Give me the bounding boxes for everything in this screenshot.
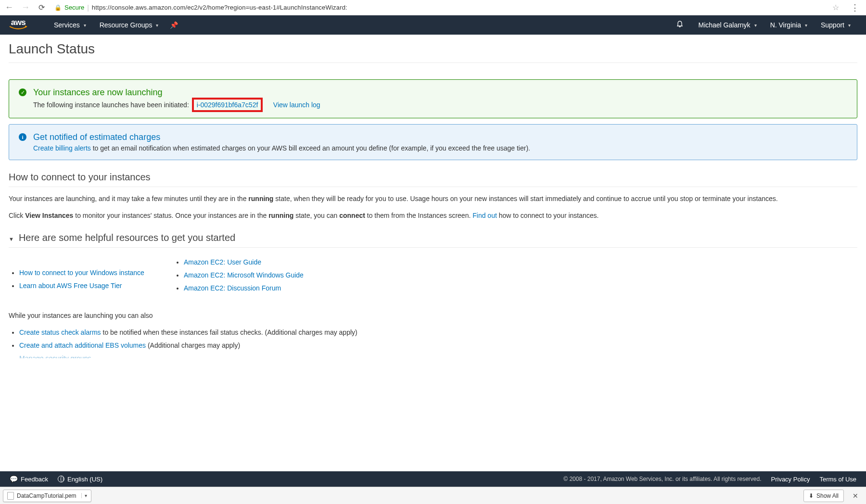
resource-col2: Amazon EC2: User Guide Amazon EC2: Micro… bbox=[173, 254, 304, 296]
find-out-link[interactable]: Find out bbox=[472, 212, 497, 219]
resource-link[interactable]: Amazon EC2: Discussion Forum bbox=[184, 284, 281, 292]
menu-icon[interactable]: ⋮ bbox=[847, 2, 863, 13]
secure-label: Secure bbox=[64, 4, 84, 11]
connect-heading: How to connect to your instances bbox=[9, 172, 857, 187]
page-title: Launch Status bbox=[9, 41, 857, 63]
nav-resource-groups-label: Resource Groups bbox=[100, 21, 153, 29]
check-icon: ✓ bbox=[19, 88, 26, 96]
create-billing-alerts-link[interactable]: Create billing alerts bbox=[33, 144, 91, 152]
aws-logo[interactable]: aws bbox=[9, 20, 28, 30]
ebs-volumes-link[interactable]: Create and attach additional EBS volumes bbox=[19, 341, 146, 349]
forward-button[interactable]: → bbox=[19, 2, 32, 13]
list-item: Learn about AWS Free Usage Tier bbox=[19, 281, 144, 291]
notifications-icon[interactable] bbox=[668, 20, 691, 30]
instance-id-link[interactable]: i-0029f691bf6a7c52f bbox=[197, 101, 258, 109]
info-icon: i bbox=[19, 133, 26, 141]
nav-user[interactable]: Michael Galarnyk ▾ bbox=[691, 21, 763, 29]
caret-icon: ▾ bbox=[156, 23, 158, 28]
resource-columns: How to connect to your Windows instance … bbox=[9, 254, 857, 296]
resource-link[interactable]: Amazon EC2: User Guide bbox=[184, 258, 261, 266]
resource-link[interactable]: Amazon EC2: Microsoft Windows Guide bbox=[184, 271, 304, 279]
resource-col1: How to connect to your Windows instance … bbox=[9, 265, 144, 296]
list-item: How to connect to your Windows instance bbox=[19, 268, 144, 278]
nav-region-label: N. Virginia bbox=[770, 21, 801, 29]
nav-services[interactable]: Services ▾ bbox=[47, 21, 93, 29]
resource-link[interactable]: Learn about AWS Free Usage Tier bbox=[19, 282, 122, 290]
caret-icon: ▾ bbox=[754, 23, 757, 28]
address-bar[interactable]: 🔒 Secure | https://console.aws.amazon.co… bbox=[51, 4, 825, 12]
list-item: Amazon EC2: Discussion Forum bbox=[184, 283, 304, 293]
pin-icon[interactable]: 📌 bbox=[165, 21, 183, 29]
success-prefix: The following instance launches have bee… bbox=[33, 101, 191, 109]
info-body: Create billing alerts to get an email no… bbox=[33, 144, 847, 152]
info-title: Get notified of estimated charges bbox=[33, 132, 847, 142]
success-body: The following instance launches have bee… bbox=[33, 100, 847, 110]
nav-support-label: Support bbox=[821, 21, 844, 29]
launch-success-alert: ✓ Your instances are now launching The f… bbox=[9, 79, 857, 118]
caret-icon: ▾ bbox=[84, 23, 86, 28]
list-item: Create and attach additional EBS volumes… bbox=[19, 340, 857, 351]
info-body-text: to get an email notification when estima… bbox=[91, 144, 530, 152]
connect-p1: Your instances are launching, and it may… bbox=[9, 194, 857, 204]
connect-p2: Click View Instances to monitor your ins… bbox=[9, 211, 857, 221]
nav-services-label: Services bbox=[54, 21, 80, 29]
page-content: Launch Status ✓ Your instances are now l… bbox=[0, 35, 866, 358]
resources-heading[interactable]: Here are some helpful resources to get y… bbox=[9, 232, 857, 248]
list-item: Amazon EC2: Microsoft Windows Guide bbox=[184, 270, 304, 280]
while-launching-heading: While your instances are launching you c… bbox=[9, 311, 857, 321]
nav-support[interactable]: Support ▾ bbox=[814, 21, 857, 29]
lock-icon: 🔒 bbox=[54, 4, 62, 11]
bookmark-icon[interactable]: ☆ bbox=[828, 3, 843, 12]
view-launch-log-link[interactable]: View launch log bbox=[273, 101, 320, 109]
nav-user-label: Michael Galarnyk bbox=[698, 21, 750, 29]
aws-top-nav: aws Services ▾ Resource Groups ▾ 📌 Micha… bbox=[0, 15, 866, 35]
caret-icon: ▾ bbox=[848, 23, 851, 28]
instance-id-highlight: i-0029f691bf6a7c52f bbox=[192, 98, 263, 112]
caret-icon: ▾ bbox=[805, 23, 807, 28]
browser-chrome: ← → ⟳ 🔒 Secure | https://console.aws.ama… bbox=[0, 0, 866, 15]
list-item: Manage security groups bbox=[19, 353, 857, 358]
nav-resource-groups[interactable]: Resource Groups ▾ bbox=[93, 21, 166, 29]
status-alarms-link[interactable]: Create status check alarms bbox=[19, 328, 101, 336]
nav-region[interactable]: N. Virginia ▾ bbox=[764, 21, 814, 29]
list-item: Amazon EC2: User Guide bbox=[184, 257, 304, 267]
back-button[interactable]: ← bbox=[3, 2, 15, 13]
url-text: https://console.aws.amazon.com/ec2/v2/ho… bbox=[92, 4, 347, 11]
security-groups-link[interactable]: Manage security groups bbox=[19, 354, 91, 358]
while-launching-list: Create status check alarms to be notifie… bbox=[9, 328, 857, 358]
list-item: Create status check alarms to be notifie… bbox=[19, 328, 857, 338]
success-title: Your instances are now launching bbox=[33, 88, 847, 98]
resource-link[interactable]: How to connect to your Windows instance bbox=[19, 269, 144, 277]
billing-info-alert: i Get notified of estimated charges Crea… bbox=[9, 124, 857, 160]
reload-button[interactable]: ⟳ bbox=[36, 3, 48, 12]
